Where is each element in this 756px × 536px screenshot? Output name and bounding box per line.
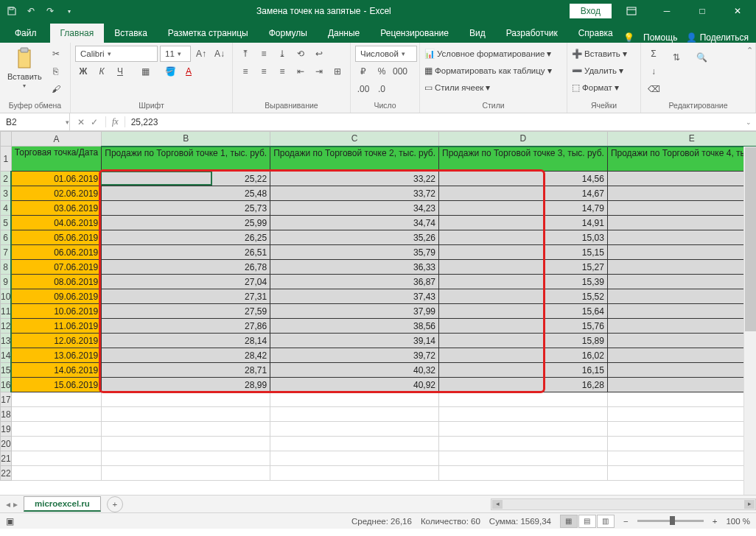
italic-button[interactable]: К <box>94 63 110 80</box>
row-header-2[interactable]: 2 <box>1 172 12 186</box>
scrollbar-thumb[interactable] <box>745 147 756 331</box>
date-cell[interactable]: 05.06.2019 <box>11 230 101 245</box>
align-right-icon[interactable]: ≡ <box>274 63 290 80</box>
increase-decimal-icon[interactable]: .00 <box>355 81 371 97</box>
zoom-slider[interactable] <box>637 520 704 522</box>
tab-разметка страницы[interactable]: Разметка страницы <box>158 24 259 43</box>
copy-icon[interactable]: ⎘ <box>48 63 64 80</box>
data-cell[interactable]: 25,71 <box>607 334 756 348</box>
data-cell[interactable]: 27,86 <box>102 319 270 334</box>
data-cell[interactable]: 25,58 <box>607 319 756 334</box>
data-cell[interactable]: 25,22 <box>102 172 270 186</box>
tab-вставка[interactable]: Вставка <box>104 24 158 43</box>
tell-me-icon[interactable]: 💡 <box>623 32 634 43</box>
tab-разработчик[interactable]: Разработчик <box>496 24 568 43</box>
data-cell[interactable]: 24,82 <box>607 230 756 245</box>
tab-вид[interactable]: Вид <box>459 24 496 43</box>
data-cell[interactable]: 33,72 <box>270 186 439 201</box>
paste-button[interactable]: Вставить ▾ <box>4 46 45 91</box>
cell[interactable] <box>439 407 608 422</box>
row-header-7[interactable]: 7 <box>1 245 12 260</box>
row-header-14[interactable]: 14 <box>1 348 12 363</box>
data-cell[interactable]: 14,79 <box>439 201 608 216</box>
decrease-indent-icon[interactable]: ⇤ <box>293 63 309 80</box>
data-cell[interactable]: 24,58 <box>607 201 756 216</box>
data-cell[interactable]: 27,04 <box>102 275 270 289</box>
save-icon[interactable] <box>3 2 21 20</box>
data-cell[interactable]: 15,76 <box>439 319 608 334</box>
date-cell[interactable]: 09.06.2019 <box>11 289 101 304</box>
align-top-icon[interactable]: ⤒ <box>237 46 253 62</box>
data-cell[interactable]: 25,33 <box>607 289 756 304</box>
decrease-decimal-icon[interactable]: .0 <box>374 81 390 97</box>
cell[interactable] <box>11 451 101 466</box>
macro-record-icon[interactable]: ▣ <box>6 516 14 526</box>
conditional-formatting-button[interactable]: 📊 Условное форматирование ▾ <box>424 46 551 62</box>
row-header-9[interactable]: 9 <box>1 275 12 289</box>
data-cell[interactable]: 24,95 <box>607 245 756 260</box>
cell[interactable] <box>11 407 101 422</box>
row-header-10[interactable]: 10 <box>1 289 12 304</box>
cell[interactable] <box>439 392 608 407</box>
clear-icon[interactable]: ⌫ <box>645 81 662 97</box>
row-header-5[interactable]: 5 <box>1 216 12 230</box>
data-cell[interactable]: 16,02 <box>439 348 608 363</box>
row-header-16[interactable]: 16 <box>1 378 12 392</box>
data-cell[interactable]: 27,31 <box>102 289 270 304</box>
date-cell[interactable]: 04.06.2019 <box>11 216 101 230</box>
cell[interactable] <box>102 451 270 466</box>
data-cell[interactable]: 34,74 <box>270 216 439 230</box>
cell[interactable] <box>607 451 756 466</box>
data-cell[interactable]: 25,96 <box>607 363 756 378</box>
cell[interactable] <box>607 407 756 422</box>
increase-font-icon[interactable]: A↑ <box>193 46 209 62</box>
cell[interactable] <box>270 437 439 451</box>
date-cell[interactable]: 14.06.2019 <box>11 363 101 378</box>
format-painter-icon[interactable]: 🖌 <box>48 81 64 97</box>
font-size-combo[interactable]: 11▾ <box>160 46 191 62</box>
cell[interactable] <box>102 422 270 437</box>
header-cell[interactable]: Продажи по Торговой точке 3, тыс. руб. <box>439 147 608 172</box>
cell[interactable] <box>270 451 439 466</box>
cell[interactable] <box>439 437 608 451</box>
data-cell[interactable]: 25,84 <box>607 348 756 363</box>
row-header-3[interactable]: 3 <box>1 186 12 201</box>
zoom-level[interactable]: 100 % <box>726 517 750 526</box>
data-cell[interactable]: 16,28 <box>439 378 608 392</box>
col-header-C[interactable]: C <box>270 132 439 147</box>
data-cell[interactable]: 25,99 <box>102 216 270 230</box>
data-cell[interactable]: 37,99 <box>270 304 439 319</box>
cell[interactable] <box>11 422 101 437</box>
data-cell[interactable]: 25,45 <box>607 304 756 319</box>
data-cell[interactable]: 15,03 <box>439 230 608 245</box>
data-cell[interactable]: 14,91 <box>439 216 608 230</box>
font-name-combo[interactable]: Calibri▾ <box>75 46 158 62</box>
sheet-nav-prev-icon[interactable]: ◂ <box>6 499 10 509</box>
sheet-tab[interactable]: microexcel.ru <box>24 496 101 512</box>
find-select-icon[interactable]: 🔍 <box>691 46 712 69</box>
data-cell[interactable]: 26,78 <box>102 260 270 275</box>
orientation-icon[interactable]: ⟲ <box>293 46 309 62</box>
row-header-19[interactable]: 19 <box>1 422 12 437</box>
fill-icon[interactable]: ↓ <box>645 63 662 80</box>
row-header-13[interactable]: 13 <box>1 334 12 348</box>
minimize-icon[interactable]: ─ <box>651 0 682 22</box>
increase-indent-icon[interactable]: ⇥ <box>311 63 327 80</box>
page-break-view-icon[interactable]: ▥ <box>597 515 615 528</box>
cell[interactable] <box>607 437 756 451</box>
maximize-icon[interactable]: □ <box>687 0 718 22</box>
cell[interactable] <box>11 392 101 407</box>
collapse-ribbon-icon[interactable]: ⌃ <box>746 46 753 55</box>
number-format-combo[interactable]: Числовой▾ <box>355 46 417 62</box>
expand-formula-icon[interactable]: ⌄ <box>741 119 756 126</box>
cell[interactable] <box>607 392 756 407</box>
font-color-button[interactable]: А <box>181 63 197 80</box>
border-button[interactable]: ▦ <box>137 63 153 80</box>
data-cell[interactable]: 36,87 <box>270 275 439 289</box>
data-cell[interactable]: 39,14 <box>270 334 439 348</box>
horizontal-scrollbar[interactable]: ◂ ▸ <box>491 498 756 510</box>
header-cell[interactable]: Торговая точка/Дата <box>11 147 101 172</box>
insert-cells-button[interactable]: ➕ Вставить ▾ <box>572 46 627 62</box>
bold-button[interactable]: Ж <box>75 63 91 80</box>
align-middle-icon[interactable]: ≡ <box>256 46 272 62</box>
